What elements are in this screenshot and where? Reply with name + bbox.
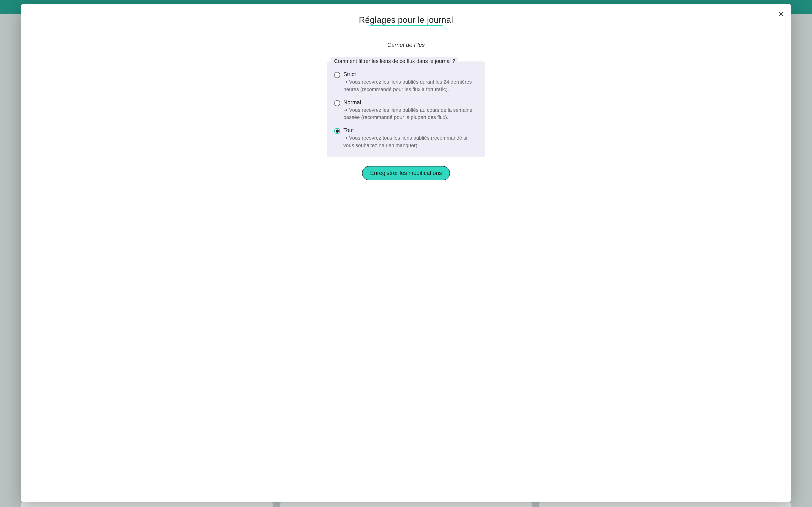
- radio-normal[interactable]: [334, 100, 340, 106]
- title-underline: [370, 25, 443, 26]
- arrow-icon: ➜: [343, 79, 348, 85]
- radio-tout[interactable]: [334, 128, 340, 134]
- close-button[interactable]: [777, 10, 785, 18]
- background-cards: [21, 502, 791, 507]
- option-label: Normal: [343, 99, 478, 106]
- option-label: Tout: [343, 127, 478, 133]
- option-description: ➜ Vous recevrez tous les liens publiés (…: [343, 134, 478, 149]
- arrow-icon: ➜: [343, 135, 348, 141]
- option-description: ➜ Vous recevrez les liens publiés au cou…: [343, 107, 478, 121]
- filter-legend: Comment filtrer les liens de ce flux dan…: [331, 57, 458, 65]
- filter-panel: Comment filtrer les liens de ce flux dan…: [327, 61, 485, 157]
- close-icon: [778, 11, 784, 17]
- modal-title: Réglages pour le journal: [359, 15, 453, 25]
- option-normal[interactable]: Normal ➜ Vous recevrez les liens publiés…: [334, 99, 478, 121]
- filter-options: Strict ➜ Vous recevrez les liens publiés…: [334, 71, 478, 149]
- arrow-icon: ➜: [343, 107, 348, 113]
- modal-subtitle: Carnet de Flus: [387, 42, 424, 48]
- radio-strict[interactable]: [334, 72, 340, 78]
- option-description: ➜ Vous recevrez les liens publiés durant…: [343, 78, 478, 93]
- option-tout[interactable]: Tout ➜ Vous recevrez tous les liens publ…: [334, 127, 478, 149]
- settings-modal: Réglages pour le journal Carnet de Flus …: [21, 4, 791, 502]
- option-strict[interactable]: Strict ➜ Vous recevrez les liens publiés…: [334, 71, 478, 93]
- option-label: Strict: [343, 71, 478, 77]
- save-button[interactable]: Enregistrer les modifications: [362, 166, 450, 180]
